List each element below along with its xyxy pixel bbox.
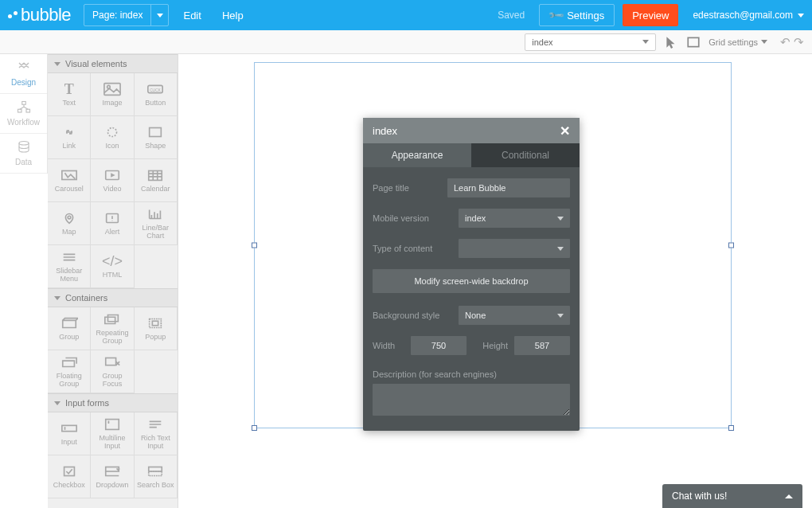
palette-richtext[interactable]: Rich Text Input xyxy=(135,412,178,455)
dropdown-icon xyxy=(103,464,121,479)
accordion-visual[interactable]: Visual elements xyxy=(48,54,178,73)
resize-handle-right[interactable] xyxy=(728,243,734,248)
palette-shape[interactable]: Shape xyxy=(135,116,178,159)
palette-group-focus[interactable]: Group Focus xyxy=(91,350,134,393)
tab-conditional[interactable]: Conditional xyxy=(471,143,580,167)
data-icon xyxy=(15,140,33,154)
svg-rect-18 xyxy=(106,358,116,365)
chevron-up-icon xyxy=(785,494,793,498)
tab-design-label: Design xyxy=(11,78,36,87)
user-menu[interactable]: edestrasch@gmail.com xyxy=(693,10,804,21)
background-style-select[interactable]: None xyxy=(459,306,570,325)
settings-button[interactable]: 🔧 Settings xyxy=(539,4,615,26)
svg-rect-19 xyxy=(61,425,76,431)
svg-rect-0 xyxy=(689,37,700,46)
palette-dropdown[interactable]: Dropdown xyxy=(91,455,134,498)
map-icon xyxy=(61,211,78,225)
resize-handle-left[interactable] xyxy=(252,243,257,248)
shape-tool[interactable] xyxy=(686,35,701,49)
modify-backdrop-button[interactable]: Modify screen-wide backdrop xyxy=(373,269,570,293)
redo-button[interactable]: ↷ xyxy=(794,35,804,49)
height-label: Height xyxy=(473,341,508,350)
palette-slidebar[interactable]: Slidebar Menu xyxy=(48,245,91,288)
caret-down-icon xyxy=(798,14,804,18)
palette-repeating-group[interactable]: Repeating Group xyxy=(91,307,134,350)
help-menu[interactable]: Help xyxy=(216,10,250,21)
input-icon xyxy=(61,421,78,436)
svg-point-9 xyxy=(107,128,116,137)
type-of-content-select[interactable] xyxy=(459,239,570,258)
tab-appearance[interactable]: Appearance xyxy=(363,143,471,167)
cursor-tool[interactable] xyxy=(664,35,678,49)
palette-map[interactable]: Map xyxy=(48,202,91,245)
palette-text[interactable]: TText xyxy=(48,73,91,116)
tab-data[interactable]: Data xyxy=(0,134,47,174)
property-panel-header[interactable]: index ✕ xyxy=(363,118,580,143)
palette-multiline[interactable]: Multiline Input xyxy=(91,412,134,455)
resize-handle-br[interactable] xyxy=(728,425,734,431)
palette-input[interactable]: Input xyxy=(48,412,91,455)
design-icon xyxy=(15,61,33,75)
page-select-caret[interactable] xyxy=(150,5,168,25)
type-of-content-label: Type of content xyxy=(373,244,452,253)
tab-design[interactable]: Design xyxy=(0,54,47,94)
workflow-icon xyxy=(15,100,33,115)
accordion-containers[interactable]: Containers xyxy=(48,288,178,307)
description-textarea[interactable] xyxy=(373,384,570,416)
palette-carousel[interactable]: Carousel xyxy=(48,159,91,202)
palette-icon[interactable]: Icon xyxy=(91,116,134,159)
chat-widget[interactable]: Chat with us! xyxy=(662,484,802,508)
svg-rect-1 xyxy=(21,102,25,105)
palette-video[interactable]: Video xyxy=(91,159,134,202)
palette-inputs-grid: Input Multiline Input Rich Text Input Ch… xyxy=(48,412,178,498)
preview-button[interactable]: Preview xyxy=(623,4,678,26)
mobile-version-select[interactable]: index xyxy=(459,209,570,228)
grid-settings[interactable]: Grid settings xyxy=(709,37,767,47)
edit-menu[interactable]: Edit xyxy=(177,10,207,21)
palette-calendar[interactable]: Calendar xyxy=(135,159,178,202)
accordion-inputs[interactable]: Input forms xyxy=(48,393,178,412)
tab-data-label: Data xyxy=(15,158,32,166)
close-icon[interactable]: ✕ xyxy=(560,123,570,139)
undo-button[interactable]: ↶ xyxy=(780,35,791,49)
page-select-label: Page: index xyxy=(84,10,150,21)
palette-image[interactable]: Image xyxy=(91,73,134,116)
width-input[interactable] xyxy=(411,336,467,355)
palette-button[interactable]: CLICKButton xyxy=(135,73,178,116)
palette-popup[interactable]: Popup xyxy=(135,307,178,350)
palette-group[interactable]: Group xyxy=(48,307,91,350)
svg-text:CLICK: CLICK xyxy=(150,88,161,92)
multiline-icon xyxy=(103,417,121,432)
palette-visual-grid: TText Image CLICKButton Link Icon Shape … xyxy=(48,73,178,288)
height-input[interactable] xyxy=(514,336,570,355)
palette: Visual elements TText Image CLICKButton … xyxy=(48,54,178,508)
preview-label: Preview xyxy=(632,10,669,21)
palette-searchbox[interactable]: Search Box xyxy=(135,455,178,498)
palette-alert[interactable]: Alert xyxy=(91,202,134,245)
palette-link[interactable]: Link xyxy=(48,116,91,159)
icon-icon xyxy=(103,125,121,139)
chart-icon xyxy=(146,207,164,221)
logo[interactable]: bubble xyxy=(8,5,71,25)
palette-html[interactable]: </>HTML xyxy=(91,245,134,288)
page-title-input[interactable] xyxy=(447,178,570,197)
html-icon: </> xyxy=(102,254,123,268)
svg-rect-2 xyxy=(18,109,21,112)
page-title-label: Page title xyxy=(373,183,441,193)
palette-chart[interactable]: Line/Bar Chart xyxy=(135,202,178,245)
resize-handle-bl[interactable] xyxy=(252,425,257,431)
property-tabs: Appearance Conditional xyxy=(363,143,580,167)
page-select[interactable]: Page: index xyxy=(84,4,169,26)
svg-rect-13 xyxy=(149,171,162,181)
svg-point-14 xyxy=(68,216,71,219)
floating-group-icon xyxy=(61,355,78,369)
repeating-group-icon xyxy=(103,312,121,326)
palette-checkbox[interactable]: Checkbox xyxy=(48,455,91,498)
checkbox-icon xyxy=(61,464,78,479)
tab-workflow-label: Workflow xyxy=(7,118,40,127)
svg-rect-17 xyxy=(153,321,158,326)
tab-workflow[interactable]: Workflow xyxy=(0,94,47,134)
view-dropdown[interactable]: index xyxy=(525,33,656,51)
palette-floating-group[interactable]: Floating Group xyxy=(48,350,91,393)
calendar-icon xyxy=(146,168,164,182)
